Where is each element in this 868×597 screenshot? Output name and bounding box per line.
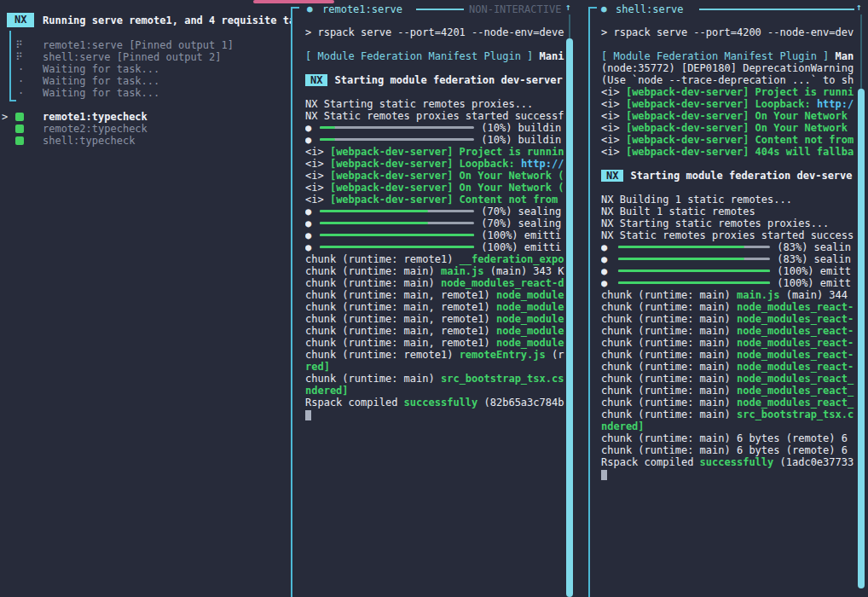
scroll-up-arrow-icon[interactable]: ↑ [565, 3, 571, 13]
text-segment: chunk (runtime: main) 6 bytes (remote) 6 [601, 432, 848, 444]
text-segment: Starting module federation dev-server [334, 74, 562, 86]
success-square-icon [15, 113, 24, 121]
text-segment: NX Built 1 static remotes [601, 206, 755, 217]
text-segment: remoteEntry.js [460, 349, 546, 361]
text-segment: <i> [601, 134, 626, 146]
terminal-line: NXStarting module federation dev-server [305, 74, 566, 86]
text-segment: main.js [441, 265, 484, 277]
waiting-icon: · [18, 63, 24, 75]
text-segment: successfully [404, 397, 478, 409]
text-segment: [webpack-dev-server] On Your Network [626, 110, 848, 122]
text-segment: node_module [496, 289, 564, 301]
task-row[interactable]: >remote1:typecheck [0, 111, 291, 123]
text-segment: chunk (runtime: main) [601, 385, 737, 397]
terminal-line: chunk (runtime: main) node_modules_react… [601, 301, 859, 313]
progress-bullet-icon: ● [305, 122, 311, 134]
task-row[interactable]: shell:typecheck [0, 135, 291, 147]
nx-logo-badge: NX [7, 13, 34, 27]
text-segment: chunk (runtime: main) [601, 397, 737, 409]
terminal-line: NX Static remotes proxies started succes… [305, 110, 566, 122]
success-square-icon [15, 136, 24, 145]
text-segment: src_bootstrap_tsx.c [737, 409, 854, 420]
progress-line: ●(100%) emitt [601, 265, 859, 277]
progress-bar [618, 270, 770, 272]
progress-bullet-icon: ● [601, 265, 607, 277]
progress-label: (83%) sealin [777, 253, 851, 265]
non-interactive-badge: NON-INTERACTIVE [469, 3, 561, 15]
scrollbar-track[interactable] [860, 14, 862, 89]
progress-label: (10%) buildin [481, 134, 561, 146]
terminal-line: > rspack serve --port=4201 --node-env=de… [305, 26, 566, 38]
terminal-line: chunk (runtime: main) 6 bytes (remote) 6 [601, 432, 859, 444]
terminal-line [305, 38, 566, 50]
scrollbar-track[interactable] [569, 14, 570, 38]
task-row[interactable]: remote2:typecheck [0, 123, 291, 135]
text-segment: NX Starting static remotes proxies... [305, 98, 533, 110]
progress-bar [618, 258, 770, 260]
progress-bar [618, 281, 770, 284]
spinner-icon: ⠟ [15, 51, 23, 63]
text-segment: Mani [540, 50, 564, 62]
text-segment: node_modules_react_ [737, 385, 854, 397]
terminal-line: > rspack serve --port=4200 --node-env=de… [601, 26, 859, 38]
terminal-line: chunk (runtime: main, remote1) node_modu… [305, 313, 566, 325]
block-cursor [601, 470, 607, 480]
task-label: remote1:typecheck [43, 111, 148, 123]
progress-bar [618, 246, 770, 248]
text-segment: (main) 343 K [484, 265, 564, 277]
progress-label: (100%) emitti [481, 229, 561, 241]
progress-bar [320, 246, 474, 248]
terminal-line [601, 158, 859, 170]
scroll-up-arrow-icon[interactable]: ↑ [856, 3, 862, 13]
scrollbar-thumb[interactable] [566, 38, 573, 597]
text-segment: <i> [601, 122, 626, 134]
text-segment: (main) 344 [780, 289, 848, 301]
terminal-line: ndered] [305, 385, 566, 397]
text-segment: node_modules_react- [737, 361, 854, 373]
terminal-line: <i> [webpack-dev-server] Loopback: http:… [305, 158, 566, 170]
terminal-line: chunk (runtime: main) node_modules_react… [305, 277, 566, 289]
terminal-line: chunk (runtime: main) src_bootstrap_tsx.… [305, 373, 566, 385]
text-segment: chunk (runtime: main) [305, 265, 441, 277]
progress-label: (10%) buildin [481, 122, 561, 134]
terminal-line: chunk (runtime: main, remote1) node_modu… [305, 301, 566, 313]
header-rule [699, 9, 854, 10]
task-row[interactable]: ·Waiting for task... [0, 75, 291, 87]
text-segment: Man [836, 50, 854, 62]
text-segment: <i> [601, 146, 626, 158]
text-segment: NX Static remotes proxies started succes… [601, 229, 854, 241]
pane-title-remote1-serve[interactable]: remote1:serve [322, 3, 402, 15]
text-segment: [webpack-dev-server] Content not from [626, 134, 854, 146]
terminal-output: > rspack serve --port=4201 --node-env=de… [305, 26, 566, 420]
terminal-line: NX Starting static remotes proxies... [601, 217, 859, 229]
task-row[interactable]: ·Waiting for task... [0, 63, 291, 75]
terminal-output: > rspack serve --port=4200 --node-env=de… [601, 26, 859, 480]
pane-status-bullet-icon: ● [601, 3, 607, 15]
text-segment: Rspack compiled [305, 397, 404, 409]
progress-bar [320, 126, 474, 129]
progress-bullet-icon: ● [305, 206, 311, 217]
text-segment: [webpack-dev-server] Loopback: [626, 98, 817, 110]
task-row[interactable]: ·Waiting for task... [0, 87, 291, 99]
terminal-line: chunk (runtime: main) 6 bytes (remote) 6 [601, 444, 859, 456]
text-segment: chunk (runtime: main, remote1) [305, 325, 496, 337]
text-segment: __federation_expo [460, 253, 564, 265]
text-segment: > rspack serve --port=4200 --node-env=de… [601, 26, 854, 38]
terminal-line: chunk (runtime: main) src_bootstrap_tsx.… [601, 409, 859, 420]
progress-label: (83%) sealin [777, 241, 851, 253]
text-segment: node_modules_react-d [441, 277, 564, 289]
text-segment: node_module [496, 301, 564, 313]
terminal-line: <i> [webpack-dev-server] 404s will fallb… [601, 146, 859, 158]
task-row[interactable]: ⠟remote1:serve [Pinned output 1] [0, 39, 291, 51]
text-segment: chunk (runtime: main) [305, 277, 441, 289]
text-segment: chunk (runtime: main, remote1) [305, 289, 496, 301]
text-segment: chunk (runtime: main) [601, 325, 737, 337]
text-segment: <i> [305, 182, 330, 194]
terminal-line: NX Starting static remotes proxies... [305, 98, 566, 110]
text-segment: node_modules_react- [737, 313, 854, 325]
progress-label: (100%) emitti [481, 241, 561, 253]
pane-title-shell-serve[interactable]: shell:serve [616, 3, 683, 15]
progress-label: (70%) sealing [481, 217, 561, 229]
task-row[interactable]: ⠟shell:serve [Pinned output 2] [0, 51, 291, 63]
scrollbar-thumb[interactable] [858, 89, 865, 588]
